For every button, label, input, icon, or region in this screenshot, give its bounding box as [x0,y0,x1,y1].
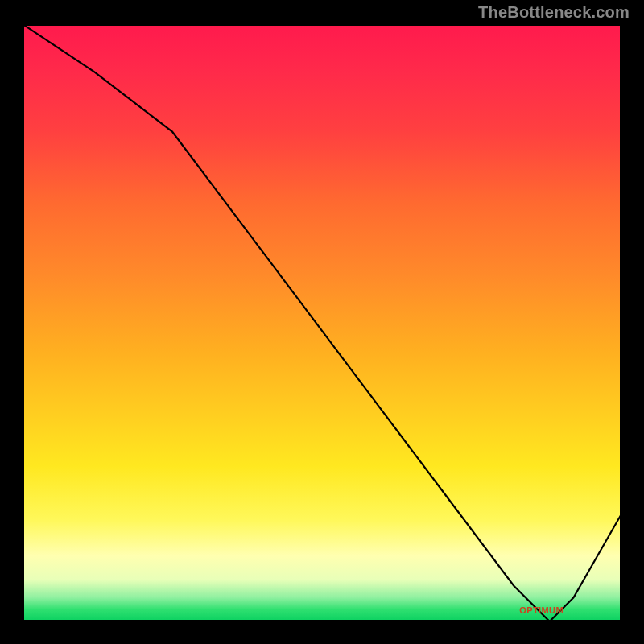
curve-path [23,24,621,621]
watermark-text: TheBottleneck.com [478,3,630,22]
plot-area: OPTIMUM [23,24,621,621]
bottleneck-curve [23,24,621,621]
optimal-label: OPTIMUM [519,605,564,615]
chart-canvas: TheBottleneck.com OPTIMUM [0,0,644,644]
